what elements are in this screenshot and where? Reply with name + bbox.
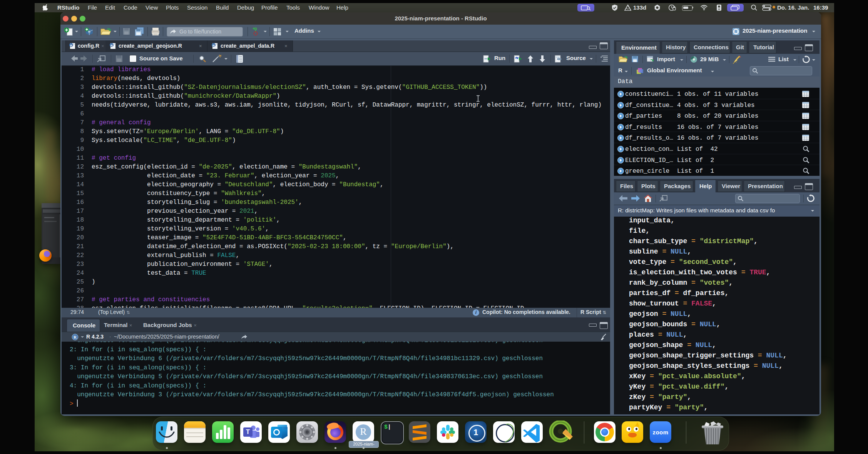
svg-text:R: R [734,29,738,34]
svg-text:R: R [88,30,91,34]
svg-text:R: R [212,44,215,47]
svg-text:R: R [110,44,113,47]
svg-text:R: R [70,44,72,47]
svg-text:R: R [74,335,77,339]
